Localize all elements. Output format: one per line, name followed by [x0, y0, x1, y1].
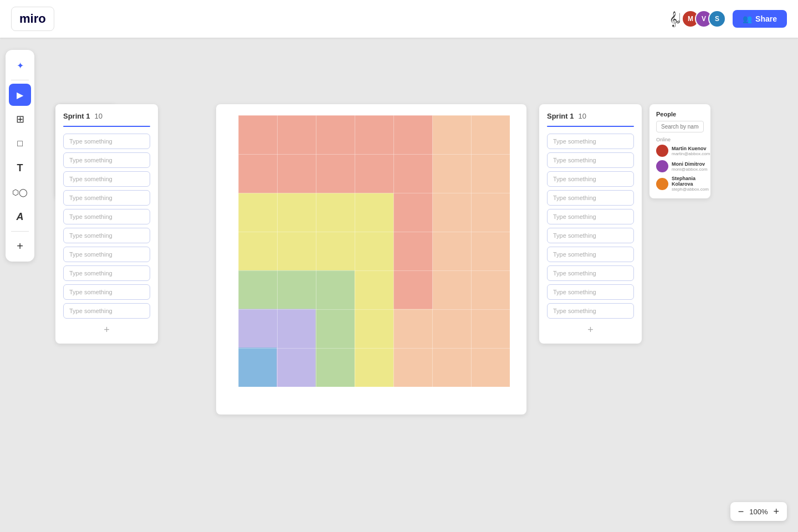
- sprint-input[interactable]: [63, 209, 150, 224]
- sprint-add-1[interactable]: +: [63, 324, 150, 336]
- pen-tool[interactable]: A: [9, 206, 31, 228]
- shapes-tool[interactable]: ⬡◯: [9, 181, 31, 203]
- sprint-input[interactable]: [547, 152, 634, 168]
- people-info: Stephania Kolarova steph@abbox.com: [672, 176, 709, 192]
- sprint-count-1: 10: [94, 112, 102, 120]
- chart-container: 1 2 3 5 8 13 21 1 2 3 5 8 13 21 Risk Eff…: [216, 104, 526, 415]
- sprint-input[interactable]: [63, 303, 150, 319]
- sprint-count-2: 10: [578, 112, 586, 120]
- music-icon: 𝄞𝅗𝅥: [669, 11, 675, 27]
- sprint-input[interactable]: [63, 265, 150, 281]
- divider: [11, 80, 29, 80]
- ai-tool[interactable]: ✦: [9, 54, 31, 76]
- sprint-underline-2: [547, 126, 634, 127]
- share-icon: 👥: [743, 14, 752, 23]
- people-name: Moni Dimitrov: [672, 161, 708, 167]
- people-item: Stephania Kolarova steph@abbox.com: [656, 176, 704, 192]
- sprint-underline-1: [63, 126, 150, 127]
- share-button[interactable]: 👥 Share: [733, 10, 787, 28]
- chart-svg: 1 2 3 5 8 13 21 1 2 3 5 8 13 21 Risk Eff…: [238, 115, 510, 387]
- people-avatar: [656, 160, 668, 172]
- people-avatar: [656, 145, 668, 157]
- sprint-input[interactable]: [547, 209, 634, 224]
- sprint-input[interactable]: [547, 134, 634, 149]
- sticky-tool[interactable]: □: [9, 132, 31, 155]
- people-info: Martin Kuenov martin@abbox.com: [672, 146, 710, 156]
- people-email: steph@abbox.com: [672, 187, 709, 192]
- divider2: [11, 231, 29, 232]
- people-email: martin@abbox.com: [672, 151, 710, 156]
- header-right: 𝄞𝅗𝅥 M V S 👥 Share: [669, 10, 787, 28]
- people-list-2: Martin Kuenov martin@abbox.com Moni Dimi…: [656, 145, 704, 192]
- zoom-controls: − 100% +: [730, 502, 787, 521]
- zoom-in-button[interactable]: +: [773, 507, 779, 516]
- logo: miro: [11, 7, 54, 31]
- avatars: M V S: [682, 10, 726, 28]
- sprint-panel-1: Sprint 1 10 +: [55, 104, 158, 344]
- header: miro 𝄞𝅗𝅥 M V S 👥 Share: [0, 0, 798, 38]
- sprint-input[interactable]: [63, 171, 150, 187]
- sprint-input[interactable]: [547, 228, 634, 243]
- canvas: People Online Martin Kuenov martin@abbox…: [0, 38, 798, 532]
- zoom-level: 100%: [749, 508, 768, 516]
- sprint-title-1: Sprint 1: [63, 112, 90, 120]
- sprint-panel-2: Sprint 1 10 +: [539, 104, 642, 344]
- sprint-input[interactable]: [547, 265, 634, 281]
- people-name: Martin Kuenov: [672, 146, 710, 151]
- people-panel-2: People Online Martin Kuenov martin@abbox…: [649, 104, 710, 198]
- people-title-2: People: [656, 111, 704, 117]
- sprint-header-1: Sprint 1 10: [63, 112, 150, 120]
- sprint-input[interactable]: [547, 247, 634, 262]
- people-search-2[interactable]: [656, 121, 704, 132]
- sprint-input[interactable]: [63, 190, 150, 206]
- avatar-3[interactable]: S: [708, 10, 726, 28]
- table-tool[interactable]: ⊞: [9, 108, 31, 130]
- people-name: Stephania Kolarova: [672, 176, 709, 187]
- sprint-input[interactable]: [63, 284, 150, 300]
- sprint-input[interactable]: [63, 228, 150, 243]
- cursor-tool[interactable]: ▶: [9, 84, 31, 106]
- people-info: Moni Dimitrov moni@abbox.com: [672, 161, 708, 172]
- chart-area: 1 2 3 5 8 13 21 1 2 3 5 8 13 21 Risk Eff…: [238, 115, 510, 387]
- sprint-header-2: Sprint 1 10: [547, 112, 634, 120]
- people-item: Martin Kuenov martin@abbox.com: [656, 145, 704, 157]
- sprint-input[interactable]: [547, 303, 634, 319]
- zoom-out-button[interactable]: −: [738, 507, 744, 516]
- left-toolbar: ✦ ▶ ⊞ □ T ⬡◯ A +: [6, 50, 34, 262]
- people-email: moni@abbox.com: [672, 167, 708, 172]
- people-avatar: [656, 178, 668, 190]
- add-tool[interactable]: +: [9, 235, 31, 257]
- sprint-input[interactable]: [63, 134, 150, 149]
- people-section-2: Online: [656, 137, 704, 142]
- people-item: Moni Dimitrov moni@abbox.com: [656, 160, 704, 172]
- sprint-input[interactable]: [547, 171, 634, 187]
- text-tool[interactable]: T: [9, 157, 31, 179]
- sprint-add-2[interactable]: +: [547, 324, 634, 336]
- sprint-input[interactable]: [547, 190, 634, 206]
- grid-overlay: [238, 115, 510, 387]
- sprint-title-2: Sprint 1: [547, 112, 574, 120]
- sprint-input[interactable]: [63, 152, 150, 168]
- sprint-input[interactable]: [63, 247, 150, 262]
- sprint-input[interactable]: [547, 284, 634, 300]
